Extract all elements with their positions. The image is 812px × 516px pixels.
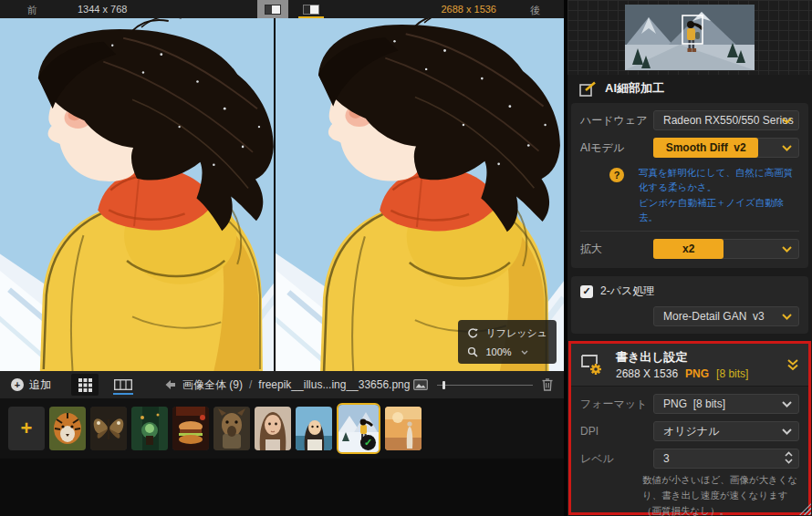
- help-icon[interactable]: ?: [609, 168, 624, 182]
- chevron-down-icon: [782, 145, 792, 151]
- export-summary-format: PNG: [685, 367, 709, 380]
- thumbnail-beach-sunset[interactable]: [385, 407, 422, 450]
- before-label: 前: [27, 4, 37, 17]
- breadcrumb-separator: /: [249, 378, 252, 391]
- chevron-down-icon: [782, 314, 792, 320]
- thumbnail-butterfly[interactable]: [90, 407, 127, 450]
- export-summary: 2688 X 1536 PNG [8 bits]: [616, 367, 786, 380]
- navigator-image: [625, 5, 755, 70]
- single-view-toggle[interactable]: [257, 0, 288, 18]
- scale-label: 拡大: [580, 242, 653, 257]
- two-pass-label: 2-パス処理: [600, 284, 654, 299]
- thumbnail-armored-dog[interactable]: [213, 407, 250, 450]
- delete-button[interactable]: [542, 378, 553, 391]
- export-settings-section-highlighted: 書き出し設定 2688 X 1536 PNG [8 bits] フォーマット: [568, 341, 811, 515]
- refresh-label: リフレッシュ: [485, 326, 547, 340]
- thumbnail-burger[interactable]: [172, 407, 209, 450]
- export-summary-size: 2688 X 1536: [616, 367, 678, 380]
- divider: [580, 231, 799, 232]
- thumbnail-forest-fantasy[interactable]: [131, 407, 168, 450]
- zoom-overlay: リフレッシュ 100%: [458, 320, 557, 364]
- compare-topbar: 前 1344 x 768 2688 x 1536 後: [0, 0, 564, 18]
- app-window: 前 1344 x 768 2688 x 1536 後 リフレッシュ: [0, 0, 812, 516]
- export-settings-header[interactable]: 書き出し設定 2688 X 1536 PNG [8 bits]: [571, 344, 808, 387]
- back-arrow-icon[interactable]: [164, 379, 176, 390]
- after-label: 後: [530, 4, 540, 17]
- view-toggles: [257, 0, 327, 18]
- chevron-down-icon: [782, 246, 792, 253]
- level-label: レベル: [580, 451, 653, 467]
- split-view-toggle[interactable]: [296, 0, 327, 18]
- magnifier-icon: [467, 346, 478, 357]
- hardware-label: ハードウェア: [580, 113, 653, 129]
- second-model-select[interactable]: More-Detail GAN v3: [653, 306, 799, 326]
- settings-panel: AI細部加工 ハードウェア Radeon RX550/550 Series AI…: [567, 0, 812, 516]
- zoom-level-value: 100%: [485, 346, 511, 357]
- chevron-down-icon: [782, 401, 792, 408]
- plus-icon: +: [21, 417, 33, 440]
- format-select[interactable]: PNG [8 bits]: [653, 394, 799, 414]
- spinner-up-icon[interactable]: [785, 451, 793, 457]
- model-description: 写真を鮮明化にして、自然に高画質化する柔らかさ。 ピンボケ自動補正＋ノイズ自動除…: [639, 165, 799, 224]
- refresh-button[interactable]: リフレッシュ: [467, 326, 547, 340]
- single-view-icon: [265, 5, 281, 15]
- after-image-canvas[interactable]: リフレッシュ 100%: [276, 18, 564, 371]
- breadcrumb-filename: freepik__illus...ing__33656.png: [258, 378, 410, 391]
- navigator-preview[interactable]: [567, 0, 812, 75]
- dpi-value: オリジナル: [654, 424, 719, 439]
- before-resolution: 1344 x 768: [78, 4, 127, 15]
- add-image-tile[interactable]: +: [8, 407, 45, 450]
- two-pass-checkbox[interactable]: ✓: [580, 285, 593, 298]
- ai-model-value: Smooth Diff v2: [653, 138, 758, 158]
- before-image-canvas[interactable]: [0, 18, 274, 371]
- thumbnail-woman-portrait[interactable]: [255, 407, 291, 450]
- toolbar-right: [413, 378, 553, 391]
- filmstrip-view-icon: [114, 379, 132, 390]
- plus-icon: +: [11, 378, 24, 391]
- export-settings-title: 書き出し設定: [616, 349, 786, 366]
- thumbnail-girl-yellow-snow-selected[interactable]: ✓: [337, 403, 380, 454]
- chevron-down-icon: [782, 118, 792, 124]
- level-value: 3: [654, 452, 670, 465]
- grid-view-button[interactable]: [71, 374, 99, 396]
- slider-handle[interactable]: [442, 381, 445, 389]
- ai-section-header: AI細部加工: [567, 75, 812, 100]
- active-underline: [113, 393, 133, 395]
- view-mode-switcher: [71, 374, 137, 396]
- level-input[interactable]: 3: [653, 449, 799, 469]
- hardware-select[interactable]: Radeon RX550/550 Series: [653, 110, 799, 130]
- add-image-button[interactable]: + 追加: [11, 377, 51, 393]
- thumbnail-size-slider[interactable]: [437, 380, 533, 389]
- ai-model-label: AIモデル: [580, 140, 653, 156]
- filmstrip-view-button[interactable]: [109, 374, 137, 396]
- hardware-value: Radeon RX550/550 Series: [654, 114, 794, 127]
- export-settings-icon: [580, 354, 605, 376]
- scale-select[interactable]: x2: [653, 239, 799, 259]
- two-pass-group: ✓ 2-パス処理 More-Detail GAN v3: [571, 276, 808, 334]
- after-image: [276, 18, 564, 371]
- thumbnail-size-icon: [413, 379, 428, 390]
- dpi-label: DPI: [580, 425, 653, 438]
- thumbnail-anime-woman-lake[interactable]: [296, 407, 332, 450]
- ai-model-select[interactable]: Smooth Diff v2: [653, 138, 799, 158]
- add-label: 追加: [29, 377, 51, 393]
- breadcrumb-group[interactable]: 画像全体 (9): [182, 377, 243, 393]
- chevron-down-icon: [782, 428, 792, 435]
- format-value: PNG [8 bits]: [654, 397, 725, 410]
- ai-edit-icon: [579, 81, 597, 97]
- format-label: フォーマット: [580, 397, 653, 412]
- zoom-level-button[interactable]: 100%: [467, 346, 547, 357]
- spinner-down-icon[interactable]: [785, 459, 793, 464]
- refresh-icon: [467, 328, 478, 339]
- selected-check-icon: ✓: [360, 435, 376, 450]
- before-image: [0, 18, 274, 371]
- thumbnail-tiger[interactable]: [49, 407, 86, 450]
- grid-view-icon: [78, 378, 92, 392]
- dpi-select[interactable]: オリジナル: [653, 421, 799, 441]
- bottom-toolbar: + 追加: [0, 371, 564, 398]
- second-model-value: More-Detail GAN v3: [654, 310, 765, 323]
- export-summary-bits: [8 bits]: [716, 367, 748, 380]
- thumbnail-strip: + ✓: [0, 398, 564, 459]
- ai-section-title: AI細部加工: [605, 80, 664, 97]
- collapse-double-chevron-icon[interactable]: [786, 358, 799, 371]
